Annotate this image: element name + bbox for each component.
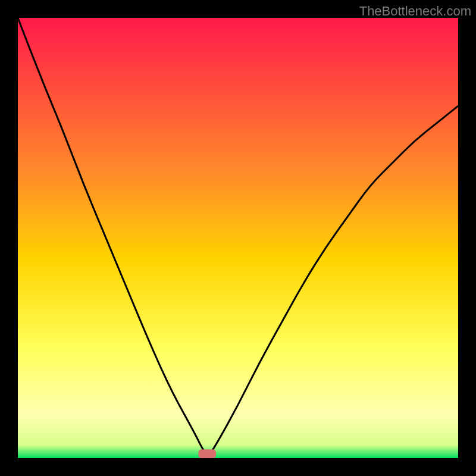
chart-frame xyxy=(18,18,458,458)
watermark-label: TheBottleneck.com xyxy=(359,4,471,19)
chart-background xyxy=(18,18,458,458)
chart-canvas xyxy=(18,18,458,458)
optimum-marker xyxy=(198,449,216,458)
